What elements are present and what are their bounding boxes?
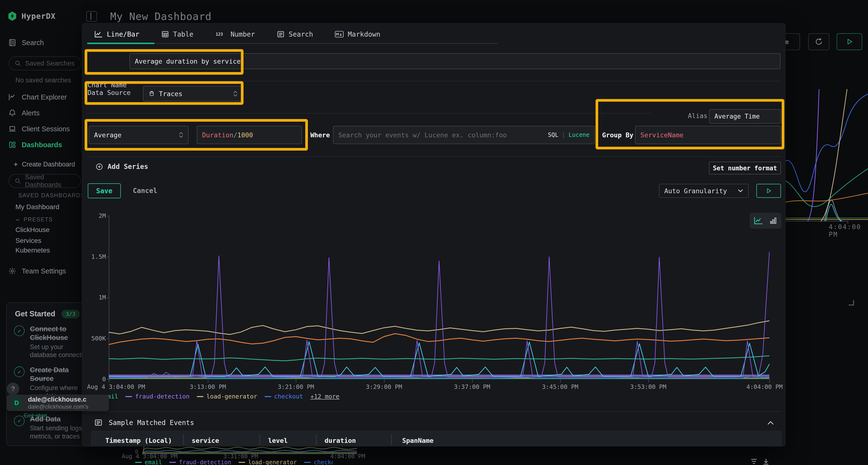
section-presets[interactable]: PRESETS [15,217,82,223]
search-icon [14,177,21,184]
legend-item-fraud-detection[interactable]: fraud-detection [125,393,189,400]
column-header-duration[interactable]: duration [324,437,356,444]
avatar: D [10,397,23,409]
sidebar-preset-services[interactable]: Services [16,237,41,244]
run-query-button[interactable] [837,33,862,50]
line-chart-icon[interactable] [754,217,763,225]
field-token: Duration [202,131,234,139]
play-icon [766,188,772,194]
tab-search[interactable]: Search [277,30,313,38]
page-title[interactable]: My New Dashboard [110,10,212,23]
divider [87,113,651,113]
no-saved-searches: No saved searches [16,77,71,84]
hyperdx-logo-icon [7,11,17,21]
sidebar-item-team-settings[interactable]: Team Settings [8,267,66,275]
panel-collapse-button[interactable] [86,11,97,22]
tab-label: Table [173,30,193,38]
section-saved-dashboards[interactable]: SAVED DASHBOARDS [15,192,82,199]
brand-name: HyperDX [22,11,56,21]
sort-icon[interactable] [749,457,758,465]
series-fraud-detection [109,252,769,377]
create-dashboard-button[interactable]: + Create Dashboard [13,160,75,169]
field-expression-input[interactable]: Duration/1000 [197,126,302,144]
legend-item-load-generator[interactable]: load-generator [239,460,297,465]
column-header-spanname[interactable]: SpanName [402,437,434,444]
add-series-button[interactable]: Add Series [95,163,148,171]
where-placeholder: Search your events w/ Lucene ex. column:… [338,131,507,139]
lucene-toggle[interactable]: Lucene [568,132,590,138]
column-separator [391,435,392,444]
database-icon [148,90,155,97]
column-separator [183,435,184,444]
refresh-button[interactable] [808,33,830,50]
column-header-timestamp-local-[interactable]: Timestamp (Local) [105,437,172,444]
tab-table[interactable]: Table [161,30,193,38]
sidebar-item-my-dashboard[interactable]: My Dashboard [16,203,59,211]
where-input[interactable]: Search your events w/ Lucene ex. column:… [333,126,595,144]
legend-label: +12 more [310,393,339,400]
field-token: 1000 [237,131,253,139]
y-tick-label: 0 [87,376,106,383]
help-label: ? [11,385,15,393]
column-separator [316,435,317,444]
resize-corner-icon[interactable] [847,299,854,305]
legend-item-load-generator[interactable]: load-generator [197,393,257,400]
sidebar-item-search[interactable]: Search [0,36,82,49]
sidebar-preset-kubernetes[interactable]: Kubernetes [16,246,50,254]
sql-toggle[interactable]: SQL [548,132,558,138]
sidebar-item-chart-explorer[interactable]: Chart Explorer [0,90,82,104]
bar-chart-icon[interactable] [769,217,777,225]
tab-number[interactable]: 123Number [215,30,255,38]
sidebar-item-alerts[interactable]: Alerts [0,106,82,120]
x-tick-label: Aug 4 3:04:00 PM [87,383,145,390]
data-source-select[interactable]: Traces [143,86,243,101]
text-cursor [241,57,242,65]
chevron-down-icon [15,217,20,222]
get-started-extra-link[interactable]: Get started [24,412,47,419]
screen: My New Dashboard Save 4:04:00 PM 0 [0,0,868,465]
column-header-level[interactable]: level [268,437,288,444]
search-icon [14,60,21,67]
saved-dashboards-input[interactable]: Saved Dashboards [9,174,81,188]
y-tick-label: 500K [87,335,106,342]
group-by-input[interactable]: ServiceName [635,126,781,144]
tab-markdown[interactable]: Markdown [335,30,380,38]
sample-events-header[interactable]: Sample Matched Events [94,419,194,427]
user-name: dale@clickhouse.c [28,396,88,403]
chart-legend: emailfraud-detectionload-generatorchecko… [90,393,340,400]
alias-input[interactable]: Average Time [709,109,781,124]
save-button[interactable]: Save [88,184,121,198]
legend-more-link[interactable]: +12 more [310,393,339,400]
granularity-select[interactable]: Auto Granularity [659,184,749,198]
help-button[interactable]: ? [7,383,19,395]
download-icon[interactable] [762,457,771,465]
plus-circle-icon [95,163,103,171]
aggregation-select[interactable]: Average [89,126,189,144]
legend-item-checkout[interactable]: checkout [265,393,303,400]
collapse-chevron-icon[interactable] [767,421,774,425]
tab-label: Markdown [348,30,380,38]
cancel-button[interactable]: Cancel [133,187,157,195]
set-number-format-button[interactable]: Set number format [709,162,781,174]
tab-line-bar[interactable]: Line/Bar [94,30,140,38]
legend-item-email[interactable]: email [135,460,162,465]
divider [87,81,781,81]
get-started-item[interactable]: ✓Connect to ClickHouseSet up your databa… [14,325,94,359]
brand[interactable]: HyperDX [7,11,56,21]
column-header-service[interactable]: service [192,437,219,444]
legend-label: email [145,460,162,465]
user-chip[interactable]: D dale@clickhouse.c dale@clickhouse.com'… [7,395,109,411]
sidebar-item-dashboards[interactable]: Dashboards [0,138,82,152]
chart-type-toggle[interactable] [750,213,781,229]
check-icon: ✓ [14,326,25,336]
preview-run-button[interactable] [756,184,781,198]
plus-icon: + [13,160,18,169]
legend-item-checkout[interactable]: checkout [304,460,333,465]
tab-underline-active [87,43,155,44]
chart-name-input[interactable]: Average duration by service [129,53,780,69]
saved-searches-input[interactable]: Saved Searches [9,56,81,70]
sidebar-item-client-sessions[interactable]: Client Sessions [0,122,82,136]
legend-item-fraud-detection[interactable]: fraud-detection [169,460,231,465]
legend-dash [304,462,311,463]
sidebar-preset-clickhouse[interactable]: ClickHouse [16,226,50,234]
